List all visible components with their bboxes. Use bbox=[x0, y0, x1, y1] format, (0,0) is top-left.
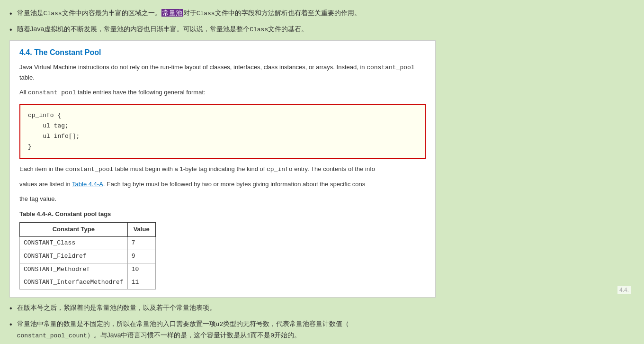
bottom-bullet-list: 在版本号之后，紧跟着的是常量池的数量，以及若干个常量池表项。 常量池中常量的数量… bbox=[9, 302, 635, 341]
row-type-3: CONSTANT_Methodref bbox=[20, 263, 128, 276]
table-row: CONSTANT_Fieldref 9 bbox=[20, 250, 156, 263]
top-bullet-list: 常量池是Class文件中内容最为丰富的区域之一。常量池对于Class文件中的字段… bbox=[9, 8, 635, 36]
para-3: Each item in the constant_pool table mus… bbox=[19, 164, 426, 175]
row-value-1: 7 bbox=[127, 236, 155, 250]
code-line-4: } bbox=[28, 142, 417, 152]
section-box: 4.4. The Constant Pool Java Virtual Mach… bbox=[9, 40, 436, 298]
constant-pool-code-3: constant_pool bbox=[65, 166, 113, 173]
constant-pool-count-mono: constant_pool_count bbox=[17, 332, 87, 339]
para-2: All constant_pool table entries have the… bbox=[19, 88, 426, 98]
table-link[interactable]: Table 4.4-A bbox=[72, 181, 103, 188]
para-4: values are listed in Table 4.4-A. Each t… bbox=[19, 180, 426, 190]
section-tag-label: 4.4. bbox=[617, 286, 631, 294]
bullet-text-4: 常量池中常量的数量是不固定的，所以在常量池的入口需要放置一项u2类型的无符号数，… bbox=[17, 318, 349, 341]
table-header-row: Constant Type Value bbox=[20, 223, 156, 237]
bullet-text-2: 随着Java虚拟机的不断发展，常量池的内容也日渐丰富。可以说，常量池是整个Cla… bbox=[17, 24, 308, 35]
one-mono: 1 bbox=[247, 332, 250, 339]
bullet-item-2: 随着Java虚拟机的不断发展，常量池的内容也日渐丰富。可以说，常量池是整个Cla… bbox=[9, 24, 635, 36]
code-line-2: ul tag; bbox=[28, 121, 417, 131]
cp-info-code: cp_info bbox=[267, 166, 293, 173]
section-title: 4.4. The Constant Pool bbox=[19, 48, 426, 57]
col-header-constant-type: Constant Type bbox=[20, 223, 128, 237]
table-row: CONSTANT_InterfaceMethodref 11 bbox=[20, 276, 156, 290]
table-row: CONSTANT_Class 7 bbox=[20, 236, 156, 250]
row-value-2: 9 bbox=[127, 250, 155, 263]
bullet-text-1: 常量池是Class文件中内容最为丰富的区域之一。常量池对于Class文件中的字段… bbox=[17, 8, 361, 19]
section-body: Java Virtual Machine instructions do not… bbox=[19, 63, 426, 290]
table-title: Table 4.4-A. Constant pool tags bbox=[19, 209, 426, 219]
constant-pool-code-1: constant_pool bbox=[367, 64, 414, 71]
row-type-4: CONSTANT_InterfaceMethodref bbox=[20, 276, 128, 290]
para-5: the tag value. bbox=[19, 194, 426, 204]
section-wrapper: 4.4. The Constant Pool Java Virtual Mach… bbox=[9, 40, 635, 298]
class-mono-3: Class bbox=[250, 26, 268, 33]
class-mono-1: Class bbox=[44, 10, 62, 17]
bullet-item-4: 常量池中常量的数量是不固定的，所以在常量池的入口需要放置一项u2类型的无符号数，… bbox=[9, 318, 635, 341]
zero-mono: 0 bbox=[270, 332, 274, 339]
u2-mono: u2 bbox=[216, 321, 224, 328]
bullet-item-3: 在版本号之后，紧跟着的是常量池的数量，以及若干个常量池表项。 bbox=[9, 302, 635, 315]
row-type-2: CONSTANT_Fieldref bbox=[20, 250, 128, 263]
class-mono-2: Class bbox=[197, 10, 215, 17]
constant-pool-table: Constant Type Value CONSTANT_Class 7 CON… bbox=[19, 222, 156, 290]
highlight-changliangchi: 常量池 bbox=[161, 9, 183, 17]
para-1: Java Virtual Machine instructions do not… bbox=[19, 63, 426, 83]
bullet-text-3: 在版本号之后，紧跟着的是常量池的数量，以及若干个常量池表项。 bbox=[17, 302, 216, 313]
table-row: CONSTANT_Methodref 10 bbox=[20, 263, 156, 276]
code-line-1: cp_info { bbox=[28, 110, 417, 121]
table-body: CONSTANT_Class 7 CONSTANT_Fieldref 9 CON… bbox=[20, 236, 156, 289]
row-value-3: 10 bbox=[127, 263, 155, 276]
code-block: cp_info { ul tag; ul info[]; } bbox=[19, 104, 426, 159]
row-type-1: CONSTANT_Class bbox=[20, 236, 128, 250]
code-line-3: ul info[]; bbox=[28, 131, 417, 142]
main-content: 常量池是Class文件中内容最为丰富的区域之一。常量池对于Class文件中的字段… bbox=[9, 8, 635, 344]
constant-pool-code-2: constant_pool bbox=[28, 89, 76, 96]
bullet-item-1: 常量池是Class文件中内容最为丰富的区域之一。常量池对于Class文件中的字段… bbox=[9, 8, 635, 20]
col-header-value: Value bbox=[127, 223, 155, 237]
row-value-4: 11 bbox=[127, 276, 155, 290]
